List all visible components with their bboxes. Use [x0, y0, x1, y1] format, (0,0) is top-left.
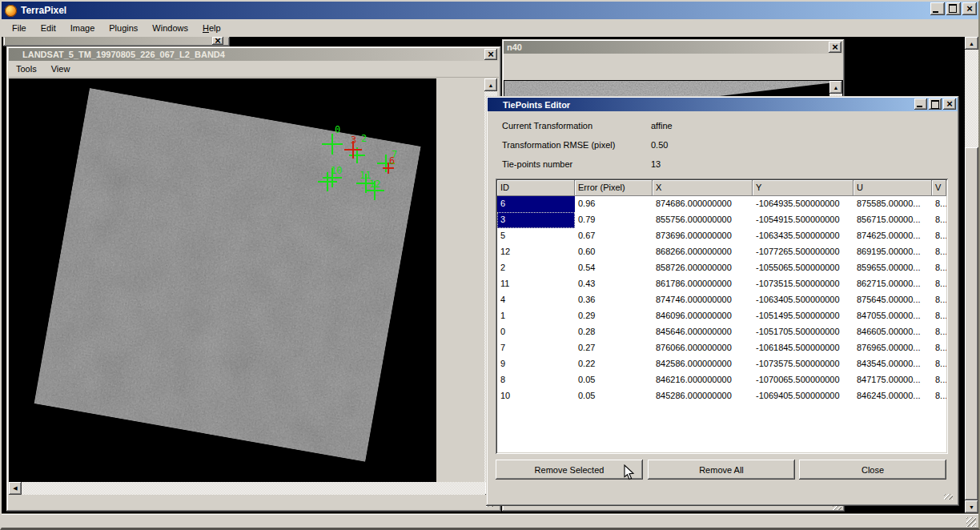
cell-id[interactable]: 2: [497, 260, 575, 276]
cell-u[interactable]: 859655.00000...: [853, 260, 932, 276]
cell-u[interactable]: 862715.00000...: [853, 276, 932, 292]
column-header-y[interactable]: Y: [753, 180, 853, 196]
cell-id[interactable]: 11: [497, 276, 575, 292]
tiepoints-minimize-button[interactable]: [914, 98, 927, 110]
cell-v[interactable]: 8...: [932, 308, 946, 324]
cell-y[interactable]: -1051705.500000000: [753, 324, 853, 340]
cell-id[interactable]: 5: [497, 228, 575, 244]
scrollbar-thumb[interactable]: [965, 147, 978, 500]
cell-v[interactable]: 8...: [932, 340, 946, 356]
background-window-close-button[interactable]: [212, 37, 223, 45]
cell-y[interactable]: -1063405.500000000: [753, 292, 853, 308]
cell-error[interactable]: 0.27: [575, 340, 653, 356]
cell-x[interactable]: 845646.000000000: [653, 324, 753, 340]
cell-u[interactable]: 876965.00000...: [853, 340, 932, 356]
scroll-up-button[interactable]: [484, 78, 497, 91]
cell-x[interactable]: 874686.000000000: [653, 196, 753, 212]
cell-error[interactable]: 0.96: [575, 196, 653, 212]
n40-close-button[interactable]: [829, 42, 841, 53]
cell-x[interactable]: 845286.000000000: [653, 388, 753, 404]
scroll-up-button[interactable]: [965, 37, 978, 50]
cell-id[interactable]: 12: [497, 244, 575, 260]
cell-u[interactable]: 847055.00000...: [853, 308, 932, 324]
resize-grip[interactable]: [944, 494, 953, 500]
landsat-image-view[interactable]: 0 2 3 7 6 10 11: [9, 78, 436, 482]
cell-v[interactable]: 8...: [932, 260, 946, 276]
cell-v[interactable]: 8...: [932, 292, 946, 308]
cell-error[interactable]: 0.67: [575, 228, 653, 244]
table-row[interactable]: 3 0.79 855756.000000000 -1054915.5000000…: [497, 212, 946, 228]
cell-y[interactable]: -1073575.500000000: [753, 356, 853, 372]
cell-error[interactable]: 0.60: [575, 244, 653, 260]
table-row[interactable]: 6 0.96 874686.000000000 -1064935.5000000…: [497, 196, 946, 212]
remove-all-button[interactable]: Remove All: [648, 460, 795, 480]
column-header-u[interactable]: U: [853, 180, 932, 196]
cell-id[interactable]: 7: [497, 340, 575, 356]
maximize-button[interactable]: [946, 2, 961, 15]
cell-id[interactable]: 8: [497, 372, 575, 388]
cell-y[interactable]: -1064935.500000000: [753, 196, 853, 212]
cell-id[interactable]: 6: [497, 196, 575, 212]
close-button[interactable]: [962, 2, 977, 15]
cell-id[interactable]: 0: [497, 324, 575, 340]
cell-error[interactable]: 0.28: [575, 324, 653, 340]
table-row[interactable]: 0 0.28 845646.000000000 -1051705.5000000…: [497, 324, 946, 340]
cell-y[interactable]: -1061845.500000000: [753, 340, 853, 356]
tiepoints-title-bar[interactable]: TiePoints Editor: [488, 98, 958, 111]
column-header-v[interactable]: V: [932, 180, 946, 196]
cell-x[interactable]: 868266.000000000: [653, 244, 753, 260]
cell-y[interactable]: -1077265.500000000: [753, 244, 853, 260]
cell-y[interactable]: -1054915.500000000: [753, 212, 853, 228]
cell-v[interactable]: 8...: [932, 228, 946, 244]
resize-grip[interactable]: [966, 517, 976, 527]
cell-error[interactable]: 0.79: [575, 212, 653, 228]
tiepoints-maximize-button[interactable]: [929, 98, 942, 110]
cell-u[interactable]: 843545.00000...: [853, 356, 932, 372]
cell-y[interactable]: -1063435.500000000: [753, 228, 853, 244]
column-header-error[interactable]: Error (Pixel): [575, 180, 653, 196]
cell-y[interactable]: -1055065.500000000: [753, 260, 853, 276]
background-window-sliver[interactable]: [3, 37, 230, 46]
cell-x[interactable]: 846096.000000000: [653, 308, 753, 324]
landsat-menu-tools[interactable]: Tools: [9, 62, 44, 76]
menu-help[interactable]: Help: [195, 21, 228, 35]
cell-y[interactable]: -1069405.500000000: [753, 388, 853, 404]
cell-x[interactable]: 855756.000000000: [653, 212, 753, 228]
cell-y[interactable]: -1051495.500000000: [753, 308, 853, 324]
landsat-close-button[interactable]: [484, 49, 497, 60]
landsat-title-bar[interactable]: LANDSAT_5_TM_19970805_226_067_L2_BAND4: [9, 48, 499, 61]
cell-v[interactable]: 8...: [932, 388, 946, 404]
cell-v[interactable]: 8...: [932, 196, 946, 212]
scroll-left-button[interactable]: [9, 482, 22, 495]
table-row[interactable]: 2 0.54 858726.000000000 -1055065.5000000…: [497, 260, 946, 276]
cell-u[interactable]: 869195.00000...: [853, 244, 932, 260]
cell-error[interactable]: 0.43: [575, 276, 653, 292]
cell-u[interactable]: 846605.00000...: [853, 324, 932, 340]
menu-edit[interactable]: Edit: [34, 21, 63, 35]
cell-x[interactable]: 858726.000000000: [653, 260, 753, 276]
cell-x[interactable]: 874746.000000000: [653, 292, 753, 308]
menu-plugins[interactable]: Plugins: [102, 21, 145, 35]
cell-u[interactable]: 846245.00000...: [853, 388, 932, 404]
cell-error[interactable]: 0.54: [575, 260, 653, 276]
mdi-vertical-scrollbar[interactable]: [965, 37, 978, 513]
table-row[interactable]: 10 0.05 845286.000000000 -1069405.500000…: [497, 388, 946, 404]
cell-x[interactable]: 873696.000000000: [653, 228, 753, 244]
table-row[interactable]: 8 0.05 846216.000000000 -1070065.5000000…: [497, 372, 946, 388]
cell-u[interactable]: 874625.00000...: [853, 228, 932, 244]
cell-id[interactable]: 9: [497, 356, 575, 372]
menu-file[interactable]: File: [5, 21, 34, 35]
column-header-id[interactable]: ID: [497, 180, 575, 196]
scroll-up-button[interactable]: [829, 81, 842, 94]
scroll-down-button[interactable]: [965, 500, 978, 513]
cell-u[interactable]: 856715.00000...: [853, 212, 932, 228]
background-window-titlebar[interactable]: [5, 37, 228, 45]
n40-title-bar[interactable]: n40: [504, 41, 843, 54]
cell-x[interactable]: 846216.000000000: [653, 372, 753, 388]
cell-id[interactable]: 10: [497, 388, 575, 404]
table-row[interactable]: 7 0.27 876066.000000000 -1061845.5000000…: [497, 340, 946, 356]
cell-error[interactable]: 0.22: [575, 356, 653, 372]
cell-id[interactable]: 1: [497, 308, 575, 324]
cell-x[interactable]: 861786.000000000: [653, 276, 753, 292]
cell-u[interactable]: 847175.00000...: [853, 372, 932, 388]
